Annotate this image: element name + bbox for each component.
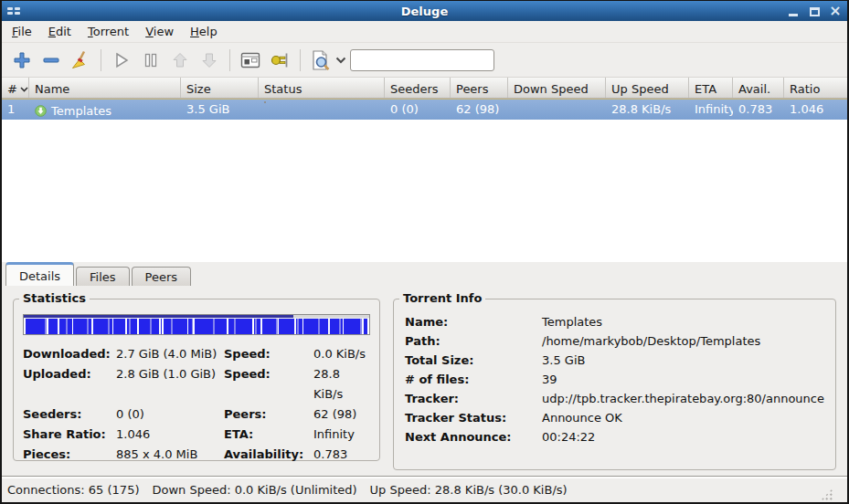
stat-value: Infinity: [313, 425, 370, 445]
queue-up-button[interactable]: [165, 47, 195, 74]
connection-manager-button[interactable]: [265, 47, 294, 74]
pause-button[interactable]: [136, 47, 165, 74]
row-number: 1: [2, 100, 29, 120]
tab-bar: Details Files Peers: [2, 262, 847, 286]
menubar: File Edit Torrent View Help: [2, 21, 847, 43]
stat-label: Downloaded:: [23, 344, 116, 364]
row-avail: 0.783: [733, 100, 784, 120]
maximize-button[interactable]: [808, 5, 821, 17]
stat-value: 0 (0): [116, 404, 224, 425]
column-header-avail[interactable]: Avail.: [733, 78, 784, 98]
stat-label: Peers:: [224, 404, 313, 425]
tab-peers[interactable]: Peers: [132, 267, 192, 286]
stat-value: 2.8 GiB (1.0 GiB): [116, 364, 224, 404]
torrent-list: # Name Size Status Seeders Peers Down Sp…: [2, 78, 847, 262]
row-peers: 62 (98): [451, 100, 508, 120]
broom-icon: [70, 50, 90, 70]
statistics-title: Statistics: [19, 291, 90, 305]
remove-icon: [42, 51, 60, 69]
column-header-status[interactable]: Status: [259, 78, 385, 98]
pieces-stripes: [24, 319, 369, 334]
toolbar-separator: [101, 49, 101, 71]
pause-icon: [142, 51, 160, 69]
chevron-down-icon: [335, 57, 346, 64]
row-status: Downloading 78% Downloading 78%: [259, 100, 385, 120]
find-dropdown-chevron[interactable]: [335, 57, 346, 64]
info-value: /home/markybob/Desktop/Templates: [542, 331, 824, 351]
column-header-up-speed[interactable]: Up Speed: [606, 78, 689, 98]
torrent-info-title: Torrent Info: [399, 291, 485, 305]
remove-torrent-button[interactable]: [37, 47, 66, 74]
details-notebook: Details Files Peers Statistics Downloade…: [2, 262, 847, 477]
stat-label: Share Ratio:: [23, 425, 116, 445]
add-icon: [13, 51, 31, 69]
row-eta: Infinity: [689, 100, 733, 120]
stat-value: 0.783: [313, 445, 370, 465]
row-size: 3.5 GiB: [181, 100, 259, 120]
statistics-groupbox: Statistics Downloaded:2.7 GiB (4.0 MiB) …: [13, 299, 380, 461]
toolbar-separator: [300, 49, 301, 71]
stat-label: Uploaded:: [23, 364, 116, 404]
preferences-button[interactable]: [236, 47, 265, 74]
minimize-button[interactable]: [787, 5, 800, 17]
pieces-bar: [23, 314, 370, 335]
info-label: # of files:: [405, 370, 542, 389]
stat-value: 28.8 KiB/s: [313, 364, 370, 404]
info-value: udp://tpb.tracker.thepiratebay.org:80/an…: [542, 389, 824, 408]
column-header-down-speed[interactable]: Down Speed: [508, 78, 606, 98]
titlebar[interactable]: Deluge ×: [2, 1, 847, 21]
tab-files[interactable]: Files: [76, 267, 130, 286]
info-value: 3.5 GiB: [542, 351, 824, 370]
row-up-speed: 28.8 KiB/s: [606, 100, 689, 120]
row-down-speed: [508, 100, 606, 120]
arrow-up-icon: [171, 51, 189, 69]
info-value: 39: [542, 370, 824, 389]
column-header-name[interactable]: Name: [29, 78, 181, 98]
info-label: Name:: [405, 312, 542, 331]
stat-label: ETA:: [224, 425, 313, 445]
torrent-row[interactable]: 1 Templates 3.5 GiB Downloading 78% Down…: [2, 99, 847, 120]
info-value: Templates: [542, 312, 824, 331]
stat-value: 62 (98): [313, 404, 370, 425]
list-header: # Name Size Status Seeders Peers Down Sp…: [2, 78, 847, 99]
status-connections: Connections: 65 (175): [7, 483, 139, 497]
queue-down-button[interactable]: [195, 47, 224, 74]
close-button[interactable]: ×: [829, 5, 842, 17]
sort-arrow-icon: [20, 87, 28, 92]
stat-label: Speed:: [224, 344, 313, 364]
info-label: Total Size:: [405, 351, 542, 370]
column-header-peers[interactable]: Peers: [451, 78, 508, 98]
stat-value: 885 x 4.0 MiB: [116, 445, 224, 465]
menu-torrent[interactable]: Torrent: [80, 23, 137, 40]
details-panel: Statistics Downloaded:2.7 GiB (4.0 MiB) …: [2, 286, 847, 477]
column-header-ratio[interactable]: Ratio: [784, 78, 847, 98]
plug-icon: [270, 51, 290, 69]
add-torrent-button[interactable]: [7, 47, 37, 74]
toolbar-separator: [229, 49, 230, 71]
stat-value: 0.0 KiB/s: [313, 344, 370, 364]
column-header-size[interactable]: Size: [181, 78, 259, 98]
menu-help[interactable]: Help: [182, 23, 226, 40]
stat-value: 1.046: [116, 425, 224, 445]
column-header-number[interactable]: #: [2, 78, 29, 98]
stat-value: 2.7 GiB (4.0 MiB): [116, 344, 224, 364]
torrent-info-groupbox: Torrent Info Name:Templates Path:/home/m…: [393, 299, 836, 470]
window-title: Deluge: [2, 5, 847, 18]
info-label: Path:: [405, 331, 542, 351]
clear-finished-button[interactable]: [66, 47, 95, 74]
menu-file[interactable]: File: [4, 23, 40, 40]
status-down-speed: Down Speed: 0.0 KiB/s (Unlimited): [152, 483, 356, 497]
column-header-seeders[interactable]: Seeders: [385, 78, 451, 98]
column-header-eta[interactable]: ETA: [689, 78, 733, 98]
status-up-speed: Up Speed: 28.8 KiB/s (30.0 KiB/s): [370, 483, 568, 497]
menu-view[interactable]: View: [137, 23, 182, 40]
find-button[interactable]: [306, 47, 335, 74]
statistics-grid: Downloaded:2.7 GiB (4.0 MiB) Speed:0.0 K…: [14, 341, 379, 468]
info-value: Announce OK: [542, 408, 824, 427]
resize-grip[interactable]: [821, 488, 833, 500]
torrent-list-empty-area[interactable]: [2, 120, 847, 262]
resume-button[interactable]: [107, 47, 136, 74]
menu-edit[interactable]: Edit: [40, 23, 80, 40]
tab-details[interactable]: Details: [5, 262, 74, 286]
search-input[interactable]: [350, 49, 494, 71]
